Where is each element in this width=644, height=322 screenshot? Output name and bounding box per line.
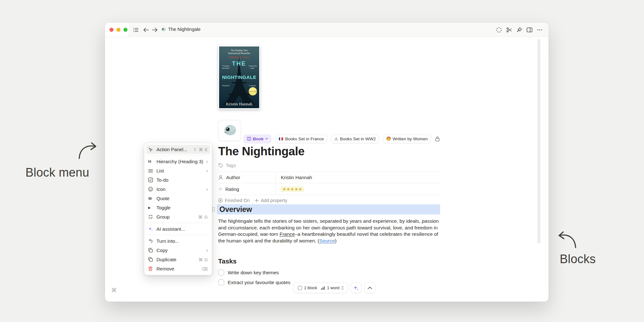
property-table: Author Kristin Hannah ☆ Rating ★★★★★ [218,172,440,195]
plus-icon [255,199,259,202]
tag-pill-france[interactable]: Books Set in France [275,135,327,143]
source-link[interactable]: Source [319,238,335,243]
pin-icon [516,27,522,33]
cover-title-main: NIGHTINGALE [219,74,259,80]
task-label[interactable]: Write down key themes [228,270,279,276]
menu-item-ai-assistant[interactable]: AI assistant... [146,224,210,234]
ai-sparkle-icon [353,285,359,291]
author-value[interactable]: Kristin Hannah [275,172,440,183]
sidebar-toggle-button[interactable] [525,26,534,34]
menu-item-action-panel[interactable]: Action Panel... ⇧ ⌘ E [146,145,210,154]
france-flag-icon [279,137,283,141]
drag-handle-icon[interactable] [212,207,215,212]
menu-item-turn-into[interactable]: Turn into... [146,236,210,246]
tag-pill-ww2[interactable]: ⚠ Books Set in WW2 [331,135,379,143]
forward-button[interactable] [151,26,159,34]
more-options-button[interactable] [536,26,544,34]
tags-property[interactable]: Tags [218,163,236,168]
property-row-rating[interactable]: ☆ Rating ★★★★★ [218,183,440,195]
list-icon [148,169,153,173]
scissors-icon [506,27,512,33]
overview-paragraph[interactable]: The Nightingale tells the stories of two… [218,218,441,244]
close-window-button[interactable] [109,28,114,32]
book-cover[interactable]: The Number OneInternational Bestseller F… [218,46,260,109]
toc-icon [133,27,139,32]
lock-icon [435,136,440,142]
dashed-circle-icon [496,27,502,33]
arrow-right-icon [152,28,158,32]
dashed-selection-icon [298,286,302,290]
collapse-toolbar-button[interactable] [364,283,375,293]
menu-item-copy[interactable]: Copy › [146,246,210,255]
ai-assistant-button[interactable] [350,283,362,293]
lock-button[interactable] [435,136,440,142]
traffic-light-tab [105,23,130,37]
menu-item-group[interactable]: Group ⌘ G [146,212,210,221]
menu-item-todo[interactable]: To-do [146,175,210,185]
ai-sparkle-icon [148,227,153,232]
block-count: 1 block [298,285,317,290]
app-window: The Nightingale The Number OneInternatio… [105,23,549,302]
extra-properties-row: Finished On Add property [218,198,287,203]
chevron-down-icon [265,138,268,140]
star-icon: ☆ [218,186,222,192]
rating-stars[interactable]: ★★★★★ [281,186,304,192]
panel-icon [527,27,532,32]
tasks-heading[interactable]: Tasks [218,257,237,265]
command-key-icon: ⌘ [111,287,117,294]
menu-item-hierarchy[interactable]: H Hierarchy (Heading 3) › [146,157,210,166]
woman-emoji-icon [386,136,391,141]
tag-icon [218,163,223,168]
hierarchy-icon: H [148,159,156,164]
page-title[interactable]: The Nightingale [218,145,305,158]
overview-heading-block[interactable]: Overview [217,204,440,214]
chevron-up-icon [368,287,372,289]
zoom-window-button[interactable] [123,28,128,32]
cover-author: Kristin Hannah [219,102,259,107]
titlebar: The Nightingale [105,23,549,37]
tags-row: Book Books Set in France ⚠ Books Set in … [244,134,440,143]
tag-pill-women[interactable]: Written by Women [383,135,431,143]
cover-banner: FRANCE 1940 [219,56,259,59]
person-icon [218,175,223,180]
curved-arrow-to-blocks [557,230,578,249]
pin-button[interactable] [515,26,523,34]
toc-button[interactable] [132,26,140,34]
selection-count-pill[interactable]: 1 block 1 word [294,283,348,293]
task-label[interactable]: Extract your favourite quotes [228,280,290,285]
france-link[interactable]: France [280,231,295,237]
menu-item-icon[interactable]: Icon › [146,185,210,194]
menu-item-quote[interactable]: 99 Quote [146,194,210,203]
menu-item-toggle[interactable]: ▶ Toggle [146,203,210,212]
cover-quote: 'A classic' [247,85,258,87]
word-count[interactable]: 1 word [321,285,344,290]
property-label: Author [226,175,240,180]
warning-triangle-icon: ⚠ [334,137,338,141]
ellipsis-icon [537,29,542,31]
task-checkbox[interactable] [218,270,224,276]
cut-button[interactable] [505,26,513,34]
scrollbar[interactable] [537,39,540,243]
focus-mode-button[interactable] [495,26,503,34]
back-button[interactable] [142,26,150,34]
action-panel-icon [148,147,153,152]
task-checkbox[interactable] [218,279,224,285]
property-label: Rating [225,186,239,192]
menu-item-remove[interactable]: Remove ⌫ [146,264,210,273]
menu-item-duplicate[interactable]: Duplicate ⌘ D [146,255,210,264]
menu-divider [147,155,210,156]
property-row-author[interactable]: Author Kristin Hannah [218,172,440,183]
minimize-window-button[interactable] [116,28,121,32]
menu-item-list[interactable]: List › [146,166,210,175]
circle-plus-icon [218,198,223,203]
add-property-button[interactable]: Add property [255,198,287,203]
collection-type-pill[interactable]: Book [244,135,271,143]
todo-icon [148,178,153,182]
quote-icon: 99 [148,197,151,200]
cover-quote: 'A master storyteller' [220,65,232,69]
toggle-icon: ▶ [148,206,151,209]
chevron-right-icon: › [206,159,208,164]
finished-on-property[interactable]: Finished On [218,198,250,203]
page-emoji[interactable] [218,120,241,141]
task-row: Extract your favourite quotes [218,279,290,285]
